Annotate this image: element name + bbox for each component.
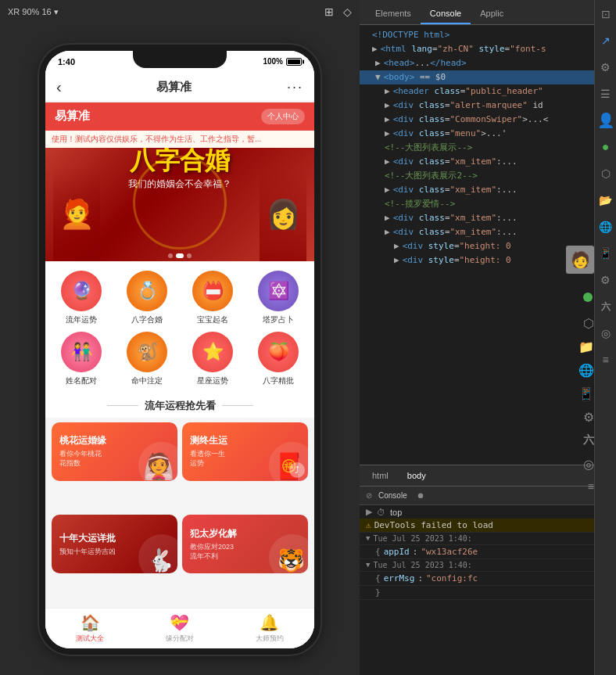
tab-console-top[interactable]: Console [421,5,471,24]
nav-back-button[interactable]: ‹ [56,78,62,96]
feature-icon-2: 📛 [192,271,233,311]
section-line-right [222,405,253,406]
phone-notch [133,51,227,68]
panel-divider: html body [360,465,594,487]
icon-gear2[interactable]: ⚙ [583,410,594,425]
card-3[interactable]: 犯太岁化解 教你应对2023流年不利 🐯 [182,515,308,573]
feature-icon-7: 🍑 [258,332,299,372]
tree-xm4[interactable]: ▶<div class="xm_item":... [360,225,594,239]
browser-icon-copy[interactable]: ⊞ [324,5,334,18]
console-input[interactable] [390,508,588,517]
body-tab[interactable]: body [401,469,432,482]
console-entry-2[interactable]: ▼ Tue Jul 25 2023 1:40: [360,559,594,572]
sidebar-icon-gear3[interactable]: ⚙ [598,272,614,288]
icon-globe[interactable]: 🌐 [578,363,594,378]
icon-ring[interactable]: ◎ [583,457,594,472]
sidebar-icon-chat[interactable]: ● [598,139,614,155]
tree-menu[interactable]: ▶<div class="menu">...' [360,127,594,141]
console-filter-icon[interactable]: ⏺ [417,491,424,500]
brace-close: } [366,587,381,598]
icon-box3d[interactable]: ⬡ [583,316,594,331]
marquee-text: 使用！测试内容仅供娱乐，不得作为生活、工作之指导，暂... [52,134,261,145]
dot-3 [187,253,192,258]
feature-label-4: 姓名配对 [66,375,97,386]
feature-item-2[interactable]: 📛 宝宝起名 [183,271,242,325]
brace-open-1: { [375,547,381,557]
card-1[interactable]: 测终生运 看透你一生运势 🧧 ⤴ [182,422,308,481]
tab-elements[interactable]: Elements [366,5,421,24]
banner-left-figure: 🧑‍🦰 [45,160,108,261]
feature-label-2: 宝宝起名 [197,314,228,325]
icon-phone2[interactable]: 📱 [578,386,594,401]
tree-comment3: <!--揽罗爱情--> [360,197,594,211]
html-tab[interactable]: html [366,469,395,482]
console-clear-icon[interactable]: ⊘ [366,491,372,500]
console-messages: ⚠ DevTools failed to load ▼ Tue Jul 25 2… [360,519,594,675]
errmsg-key: errMsg [384,573,415,583]
card-0[interactable]: 桃花运婚缘 看你今年桃花花指数 👰 [52,422,177,481]
feature-item-0[interactable]: 🔮 流年运势 [52,271,111,325]
tab-applic[interactable]: Applic [471,5,513,24]
bottom-nav-book[interactable]: 🔔 大师预约 [256,613,284,644]
feature-label-1: 八字合婚 [131,314,163,325]
sidebar-icon-folder2[interactable]: 📂 [598,192,614,208]
icon-folder[interactable]: 📁 [578,339,594,354]
tree-alert[interactable]: ▶<div class="alert-marquee" id [360,99,594,113]
sidebar-icon-console[interactable]: ⚙ [598,59,614,75]
expand-arrow-2[interactable]: ▼ [366,561,370,569]
console-appid: { appId : "wx13acf26e [360,545,594,559]
sidebar-icon-six[interactable]: 六 [598,299,614,314]
feature-item-6[interactable]: ⭐ 星座运势 [183,332,242,386]
tree-div-height1[interactable]: ▶<div style="height: 0 [360,239,594,253]
sidebar-icon-menu[interactable]: ≡ [598,352,614,368]
sidebar-icon-ring2[interactable]: ◎ [598,325,614,341]
marquee-bar: 使用！测试内容仅供娱乐，不得作为生活、工作之指导，暂... [45,131,314,148]
browser-icon-bookmark[interactable]: ◇ [343,5,352,18]
tree-comment1: <!--大图列表展示--> [360,141,594,155]
tree-xm1[interactable]: ▶<div class="xm_item":... [360,155,594,169]
devtools-sidebar: ⊡ ↗ ⚙ ☰ 👤 ● ⬡ 📂 🌐 📱 ⚙ 六 ◎ ≡ [594,0,616,675]
icon-bars[interactable]: ≡ [588,480,594,493]
sidebar-icon-avatar[interactable]: 👤 [598,113,614,128]
tree-head[interactable]: ▶<head>...</head> [360,56,594,70]
elements-tree[interactable]: <!DOCTYPE html> ▶<html lang="zh-CN" styl… [360,25,594,465]
console-entry-1[interactable]: ▼ Tue Jul 25 2023 1:40: [360,533,594,545]
home-icon: 🏠 [81,613,100,632]
tree-xm3[interactable]: ▶<div class="xm_item":... [360,211,594,225]
feature-item-1[interactable]: 💍 八字合婚 [117,271,177,325]
sidebar-icon-globe2[interactable]: 🌐 [598,219,614,235]
tree-xm2[interactable]: ▶<div class="xm_item":... [360,183,594,197]
bottom-nav-match[interactable]: 💝 缘分配对 [166,613,194,644]
banner-deco [133,156,227,250]
console-errmsg: { errMsg : "config:fc [360,572,594,586]
tree-div-height2[interactable]: ▶<div style="height: 0 [360,253,594,267]
expand-arrow-1[interactable]: ▼ [366,534,370,542]
feature-label-0: 流年运势 [66,314,97,325]
banner[interactable]: 🧑‍🦰 👩 八字合婚 我们的婚姻会不会幸福？ [45,148,314,261]
console-input-area[interactable]: ▶ ⏱ [360,505,594,519]
bottom-nav-home[interactable]: 🏠 测试大全 [76,613,104,644]
tree-swiper[interactable]: ▶<div class="CommonSwiper">...< [360,113,594,127]
icon-six[interactable]: 六 [583,433,594,447]
feature-item-3[interactable]: 🔯 塔罗占卜 [249,271,308,325]
personal-center-button[interactable]: 个人中心 [261,109,305,124]
tree-body[interactable]: ▼<body> == $0 [360,70,594,84]
sidebar-icon-3d[interactable]: ⬡ [598,166,614,181]
sidebar-icon-inspect[interactable]: ⊡ [598,6,614,22]
tree-html[interactable]: ▶<html lang="zh-CN" style="font-s [360,42,594,56]
sidebar-icon-select[interactable]: ↗ [598,33,614,48]
tree-comment2: <!--大图列表展示2--> [360,169,594,183]
card-2[interactable]: 十年大运详批 预知十年运势吉凶 🐇 [52,515,177,573]
features-grid: 🔮 流年运势 💍 八字合婚 📛 宝宝起名 🔯 塔罗占卜 👫 [45,261,314,393]
devtools-tabs: Elements Console Applic [360,0,594,25]
share-button[interactable]: ⤴ [289,462,305,478]
sidebar-icon-phone3[interactable]: 📱 [598,246,614,261]
nav-more-button[interactable]: ··· [287,79,303,95]
feature-item-5[interactable]: 🐒 命中注定 [117,332,177,386]
sidebar-icon-network[interactable]: ☰ [598,86,614,102]
app-header-title: 易算准 [55,109,90,124]
feature-item-7[interactable]: 🍑 八字精批 [249,332,308,386]
feature-item-4[interactable]: 👫 姓名配对 [52,332,111,386]
tree-header[interactable]: ▶<header class="public_header" [360,84,594,99]
book-label: 大师预约 [256,634,284,644]
